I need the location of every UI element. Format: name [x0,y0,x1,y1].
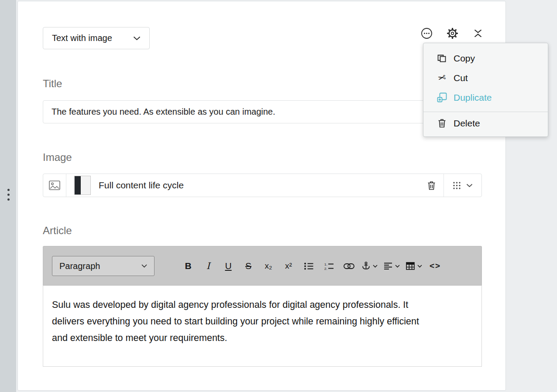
subscript-button[interactable]: x₂ [261,258,275,274]
block-card: Text with image [17,1,506,391]
anchor-icon [362,262,370,270]
numbered-list-icon: 1.2. [324,262,334,270]
svg-text:1.: 1. [324,262,327,266]
menu-item-label: Copy [454,53,475,64]
scissors-icon: ✂ [437,73,447,83]
media-item-name: Full content life cycle [99,180,419,191]
editor-toolbar-buttons: B I U S x₂ x² 1.2. [181,256,442,276]
more-options-button[interactable] [420,27,433,39]
menu-item-label: Duplicate [454,92,492,103]
settings-button[interactable] [446,27,458,39]
title-input[interactable] [43,100,482,123]
block-header-actions [420,27,484,39]
bulleted-list-icon [304,262,313,270]
photo-icon [49,181,60,190]
gear-icon [447,27,458,39]
text-editor: Paragraph B I U S x₂ x² 1.2. [43,246,482,367]
block-drag-handle[interactable] [7,189,10,201]
menu-item-label: Delete [454,118,480,129]
table-dropdown-button[interactable] [406,258,422,274]
media-item: Full content life cycle [66,174,444,197]
chevron-down-icon [133,36,141,41]
block-actions-menu: Copy ✂ Cut Duplicate Delete [423,43,548,137]
code-button[interactable]: <> [428,258,442,274]
grid-icon [453,181,461,190]
media-type-button[interactable] [43,174,66,197]
anchor-dropdown-button[interactable] [362,258,378,274]
editor-toolbar: Paragraph B I U S x₂ x² 1.2. [43,246,482,285]
remove-media-button[interactable] [427,181,436,190]
align-left-icon [384,262,392,270]
block-type-select-value: Text with image [52,33,112,43]
superscript-button[interactable]: x² [282,258,296,274]
trash-icon [437,118,447,129]
collapse-icon [474,29,482,38]
chevron-down-icon [373,265,378,268]
menu-item-duplicate[interactable]: Duplicate [423,88,548,107]
trash-icon [427,181,436,190]
underline-button[interactable]: U [221,258,235,274]
image-label: Image [43,151,72,164]
editor-content[interactable]: Sulu was developed by digital agency pro… [43,285,482,367]
bulleted-list-button[interactable] [302,258,316,274]
italic-button[interactable]: I [201,258,215,274]
chevron-down-icon [141,264,147,268]
block-type-select[interactable]: Text with image [43,27,150,49]
title-label: Title [43,78,62,90]
menu-item-cut[interactable]: ✂ Cut [423,68,548,88]
link-button[interactable] [342,258,356,274]
svg-text:2.: 2. [324,266,327,270]
copy-icon [437,53,447,64]
ellipsis-circle-icon [421,27,433,39]
numbered-list-button[interactable]: 1.2. [322,258,336,274]
chevron-down-icon [466,184,473,187]
collapse-button[interactable] [472,27,484,39]
chevron-down-icon [417,265,422,268]
alignment-dropdown-button[interactable] [384,258,400,274]
link-icon [344,263,354,269]
paragraph-dropdown[interactable]: Paragraph [52,256,155,276]
strikethrough-button[interactable]: S [241,258,255,274]
table-icon [406,262,415,270]
menu-item-label: Cut [454,73,468,83]
paragraph-dropdown-value: Paragraph [59,261,100,271]
chevron-down-icon [395,265,400,268]
media-thumbnail [74,176,91,195]
menu-item-copy[interactable]: Copy [423,48,548,68]
bold-button[interactable]: B [181,258,195,274]
menu-item-delete[interactable]: Delete [423,112,548,134]
display-options-button[interactable] [444,174,481,197]
duplicate-icon [437,92,447,103]
article-label: Article [43,225,72,237]
media-selection: Full content life cycle [43,174,482,197]
